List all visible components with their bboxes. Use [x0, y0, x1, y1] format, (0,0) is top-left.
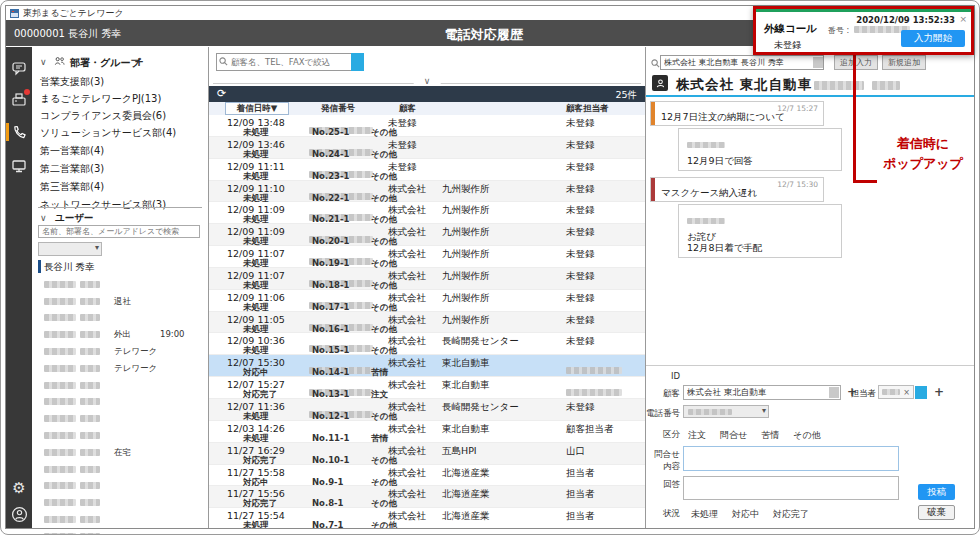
customer-contact: 担当者: [566, 467, 595, 480]
post-button[interactable]: 投稿: [918, 484, 955, 500]
table-row[interactable]: 12/09 13:48未処理No.25-1その他未登録未登録: [209, 115, 645, 137]
column-customer[interactable]: 顧客: [399, 103, 416, 115]
category-option[interactable]: 問合せ: [720, 430, 747, 440]
add-input-button[interactable]: 追加入力: [834, 55, 878, 70]
column-datetime[interactable]: 着信日時▼: [225, 102, 289, 115]
contact-name-redacted: [872, 81, 900, 90]
table-row[interactable]: 12/09 11:10未処理No.22-1その他株式会社九州製作所未登録: [209, 181, 645, 203]
user-list-item[interactable]: 外出19:00: [32, 326, 208, 342]
discard-button[interactable]: 破棄: [918, 505, 955, 520]
fax-icon[interactable]: [10, 91, 28, 109]
user-list-item[interactable]: [32, 309, 208, 325]
user-search-input[interactable]: [38, 225, 200, 238]
refresh-icon[interactable]: ⟳: [217, 87, 226, 100]
user-list-item[interactable]: [32, 528, 208, 535]
call-entry-form: ID 顧客 + 担当者 × + 電話番号 区: [646, 369, 974, 528]
account-icon[interactable]: [10, 505, 28, 523]
thread-reply-card[interactable]: お詫び12月8日着で手配: [678, 204, 842, 258]
settings-gear-icon[interactable]: ⚙: [10, 479, 28, 497]
reply-text: お詫び: [687, 231, 835, 242]
sidebar-group-item[interactable]: コンプライアンス委員会(6): [40, 109, 200, 124]
table-row[interactable]: 12/07 15:30対応中No.14-1苦情株式会社東北自動車: [209, 355, 645, 377]
table-row[interactable]: 12/07 15:27対応完了No.13-1注文株式会社東北自動車: [209, 377, 645, 399]
phone-icon[interactable]: [10, 123, 28, 141]
user-list-item[interactable]: 退社: [32, 293, 208, 309]
user-list-item[interactable]: [32, 511, 208, 527]
table-row[interactable]: 12/09 10:36未処理No.15-1その他株式会社長崎開発センター未登録: [209, 333, 645, 355]
status-option[interactable]: 未処理: [691, 509, 718, 519]
user-filter-select[interactable]: [38, 242, 102, 256]
screenshot-root: 東邦まるごとテレワーク 00000001 長谷川 秀幸 電話対応履歴: [0, 0, 980, 535]
status-option[interactable]: 対応完了: [773, 509, 809, 519]
user-list-item[interactable]: 在宅: [32, 444, 208, 460]
user-list-item[interactable]: テレワーク: [32, 360, 208, 376]
category-option[interactable]: 注文: [688, 430, 706, 440]
table-row[interactable]: 12/09 11:11未処理No.23-1その他未登録未登録: [209, 159, 645, 181]
user-list-item[interactable]: [32, 427, 208, 443]
customer-company: 株式会社: [388, 445, 426, 458]
sidebar-group-item[interactable]: 営業支援部(3): [40, 75, 200, 90]
customer-company: 株式会社: [388, 510, 426, 523]
answer-textarea[interactable]: [683, 476, 899, 500]
contact-picker-button[interactable]: [915, 386, 927, 399]
user-list-item[interactable]: 長谷川 秀幸: [32, 259, 208, 275]
phone-select[interactable]: [683, 405, 769, 418]
user-list-item[interactable]: [32, 477, 208, 493]
sidebar-group-item[interactable]: まるごとテレワークPJ(13): [40, 92, 200, 107]
table-row[interactable]: 12/09 11:07未処理No.18-1その他株式会社九州製作所未登録: [209, 268, 645, 290]
status-option[interactable]: 対応中: [732, 509, 759, 519]
table-row[interactable]: 12/09 11:09未処理No.21-1その他株式会社九州製作所未登録: [209, 202, 645, 224]
user-list-item[interactable]: [32, 276, 208, 292]
table-row[interactable]: 11/27 15:54未処理No.7-1その他株式会社北海道産業担当者: [209, 508, 645, 528]
sidebar-group-item[interactable]: ソリューションサービス部(4): [40, 126, 200, 141]
customer-search-input[interactable]: [660, 55, 824, 70]
sidebar-group-item[interactable]: 第三営業部(4): [40, 180, 200, 195]
users-collapse-chevron[interactable]: ∨: [40, 213, 47, 223]
contact-chip[interactable]: ×: [878, 385, 914, 399]
category-option[interactable]: その他: [793, 430, 820, 440]
customer-clear-button[interactable]: [829, 387, 839, 398]
chat-icon[interactable]: [10, 59, 28, 77]
category-option[interactable]: 苦情: [761, 430, 779, 440]
column-caller-number[interactable]: 発信番号: [321, 103, 355, 115]
reply-text: 12月9日で回答: [687, 155, 835, 166]
user-list-item[interactable]: [32, 377, 208, 393]
table-row[interactable]: 11/27 15:58対応中No.9-1その他株式会社北海道産業担当者: [209, 465, 645, 487]
popup-close-icon[interactable]: ×: [959, 14, 967, 24]
groups-collapse-chevron[interactable]: ∨: [40, 57, 47, 67]
thread-card[interactable]: 12月7日注文の納期について12/7 15:27: [650, 101, 824, 126]
filter-search-button[interactable]: [351, 53, 364, 71]
chip-remove-icon[interactable]: ×: [903, 388, 910, 397]
sidebar-group-item[interactable]: 第一営業部(4): [40, 144, 200, 159]
table-row[interactable]: 12/09 13:46未処理No.24-1その他未登録未登録: [209, 137, 645, 159]
add-group-button[interactable]: +: [134, 55, 144, 69]
table-row[interactable]: 12/03 14:26未処理No.11-1苦情株式会社東北自動車顧客担当者: [209, 421, 645, 443]
table-row[interactable]: 11/27 15:56対応完了No.8-1その他株式会社北海道産業担当者: [209, 486, 645, 508]
table-row[interactable]: 12/09 11:06未処理No.17-1その他株式会社九州製作所未登録: [209, 290, 645, 312]
table-row[interactable]: 12/07 11:36未処理No.12-1その他株式会社長崎開発センター未登録: [209, 399, 645, 421]
customer-detail-panel: 追加入力 新規追加 株式会社 東北自動車 12月7日注文の納期について12/7 …: [646, 47, 974, 528]
new-add-button[interactable]: 新規追加: [882, 55, 926, 70]
table-row[interactable]: 12/09 11:05未処理No.16-1その他株式会社九州製作所未登録: [209, 312, 645, 334]
user-list-item[interactable]: [32, 410, 208, 426]
table-row[interactable]: 11/27 16:29対応完了No.10-1その他株式会社五島HPI山口: [209, 443, 645, 465]
user-list-item[interactable]: [32, 461, 208, 477]
user-list-item[interactable]: [32, 494, 208, 510]
customer-field[interactable]: [683, 385, 841, 400]
user-list-item[interactable]: [32, 393, 208, 409]
inquiry-textarea[interactable]: [683, 446, 899, 471]
table-row[interactable]: 12/09 11:09未処理No.20-1その他株式会社九州製作所未登録: [209, 224, 645, 246]
record-count: 25件: [615, 89, 637, 102]
sidebar-group-item[interactable]: 第二営業部(3): [40, 162, 200, 177]
start-input-button[interactable]: 入力開始: [901, 30, 965, 47]
customer-filter-input[interactable]: [216, 53, 351, 71]
search-clear-button[interactable]: [813, 57, 823, 68]
thread-reply-card[interactable]: 12月9日で回答: [678, 128, 842, 171]
add-contact-button[interactable]: +: [934, 385, 944, 399]
monitor-icon[interactable]: [10, 157, 28, 175]
user-list-item[interactable]: テレワーク: [32, 343, 208, 359]
column-customer-contact[interactable]: 顧客担当者: [566, 103, 609, 115]
table-row[interactable]: 12/09 11:07未処理No.19-1その他株式会社九州製作所未登録: [209, 246, 645, 268]
sidebar-group-item[interactable]: ネットワークサービス部(3): [40, 198, 200, 213]
thread-card[interactable]: マスクケース納入遅れ12/7 15:30: [650, 177, 824, 202]
